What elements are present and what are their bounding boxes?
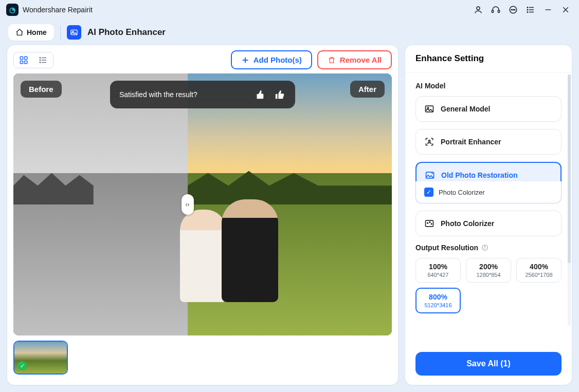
svg-point-22 [40, 57, 41, 58]
thumbs-up-icon[interactable] [275, 89, 286, 100]
left-toolbar: Add Photo(s) Remove All [13, 50, 392, 73]
compare-preview[interactable]: Before After Satisfied with the result? … [13, 73, 392, 335]
minimize-icon[interactable] [541, 3, 555, 17]
divider [60, 25, 61, 40]
after-badge: After [350, 81, 385, 98]
save-all-button[interactable]: Save All (1) [415, 352, 562, 376]
checkbox-checked-icon: ✓ [424, 188, 433, 197]
ai-model-section-title: AI Model [415, 82, 562, 90]
model-general[interactable]: General Model [415, 96, 562, 122]
settings-title: Enhance Setting [405, 45, 572, 72]
compare-slider-handle[interactable]: ‹› [182, 194, 194, 215]
add-photos-button[interactable]: Add Photo(s) [231, 50, 312, 69]
svg-point-9 [527, 9, 528, 10]
svg-point-4 [511, 9, 512, 10]
feedback-bar: Satisfied with the result? [110, 81, 295, 108]
view-toggle [13, 52, 53, 68]
chat-icon[interactable] [506, 3, 520, 17]
page-title: AI Photo Enhancer [87, 27, 166, 38]
model-colorizer[interactable]: Photo Colorizer [415, 211, 562, 236]
account-icon[interactable] [471, 3, 485, 17]
page-header: Home AI Photo Enhancer [0, 20, 579, 45]
home-button[interactable]: Home [8, 24, 54, 41]
resolution-100[interactable]: 100% 640*427 [415, 258, 461, 283]
home-label: Home [27, 28, 47, 36]
close-icon[interactable] [558, 3, 573, 17]
list-view-button[interactable] [33, 52, 53, 68]
add-photos-label: Add Photo(s) [254, 55, 302, 64]
thumbnail-strip: ✓ [13, 335, 392, 375]
svg-point-35 [427, 222, 428, 223]
model-portrait[interactable]: Portrait Enhancer [415, 129, 562, 155]
headset-icon[interactable] [488, 3, 503, 17]
svg-point-37 [431, 223, 432, 225]
model-label: Old Photo Restoration [441, 171, 518, 179]
palette-icon [424, 218, 435, 229]
remove-all-button[interactable]: Remove All [317, 50, 392, 69]
app-logo: ◔ [6, 4, 19, 16]
menu-list-icon[interactable] [523, 3, 538, 17]
page-icon [67, 25, 81, 40]
output-resolution-title: Output Resolution [415, 244, 562, 252]
feedback-question: Satisfied with the result? [119, 90, 245, 99]
model-label: General Model [441, 105, 490, 113]
preview-panel: Add Photo(s) Remove All Before After Sat… [7, 45, 398, 385]
svg-point-24 [40, 60, 41, 61]
resolution-800[interactable]: 800% 5120*3416 [415, 288, 461, 313]
svg-rect-18 [20, 57, 23, 59]
restore-photo-icon [425, 170, 435, 180]
thumbs-down-icon[interactable] [254, 89, 265, 100]
settings-scrollbar[interactable] [568, 74, 571, 326]
svg-point-11 [527, 12, 528, 13]
svg-rect-21 [25, 61, 27, 63]
info-icon[interactable] [481, 244, 488, 251]
save-all-label: Save All (1) [466, 359, 511, 368]
model-label: Portrait Enhancer [441, 138, 501, 146]
svg-point-32 [428, 140, 430, 142]
colorizer-sub-label: Photo Colorizer [439, 189, 485, 196]
svg-rect-1 [492, 10, 494, 13]
resolution-400[interactable]: 400% 2560*1708 [516, 258, 562, 283]
svg-rect-19 [25, 57, 27, 59]
svg-point-7 [527, 7, 528, 8]
image-icon [424, 104, 435, 114]
svg-point-40 [485, 246, 485, 247]
svg-rect-20 [20, 61, 23, 63]
grid-view-button[interactable] [14, 52, 33, 68]
svg-point-5 [513, 9, 514, 10]
svg-rect-2 [498, 10, 500, 13]
svg-point-6 [514, 9, 515, 10]
app-name: Wondershare Repairit [23, 6, 93, 14]
resolution-200[interactable]: 200% 1280*854 [466, 258, 511, 283]
photo-colorizer-checkbox-row[interactable]: ✓ Photo Colorizer [415, 181, 562, 203]
title-bar: ◔ Wondershare Repairit [0, 0, 579, 20]
svg-point-36 [429, 222, 430, 223]
check-icon: ✓ [17, 361, 27, 370]
remove-all-label: Remove All [340, 55, 382, 64]
thumbnail-item[interactable]: ✓ [13, 341, 68, 375]
model-label: Photo Colorizer [441, 219, 494, 228]
before-badge: Before [21, 81, 62, 98]
svg-point-0 [477, 7, 480, 10]
settings-panel: Enhance Setting AI Model General Model P… [405, 45, 572, 385]
face-scan-icon [424, 137, 435, 147]
svg-point-26 [40, 62, 41, 63]
